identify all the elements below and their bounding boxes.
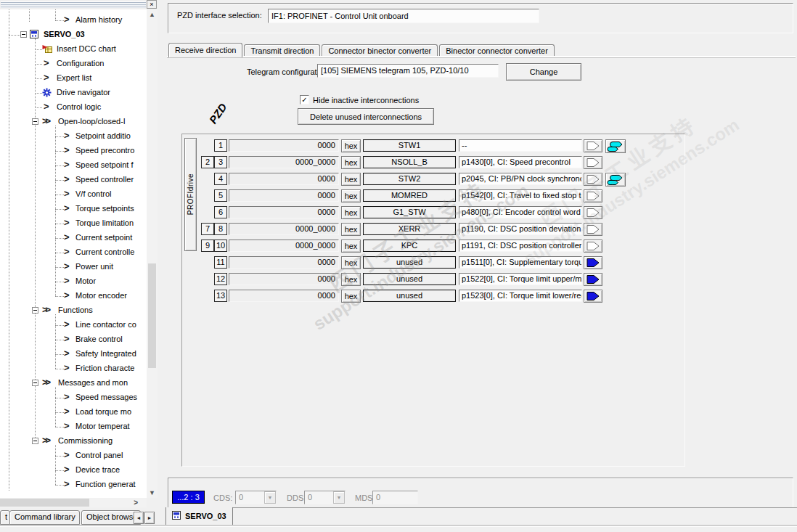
interconnection-target-field[interactable]: p1542[0], CI: Travel to fixed stop to	[459, 189, 582, 202]
hex-button[interactable]: hex	[341, 139, 361, 152]
tree-item-line-contactor-co[interactable]: >Line contactor co	[0, 319, 147, 331]
tab-transmit-direction[interactable]: Transmit direction	[244, 44, 320, 57]
interconnection-target-field[interactable]: p1190, CI: DSC position deviation	[459, 223, 582, 235]
tree-item-expert-list[interactable]: >Expert list	[0, 73, 147, 84]
connector-arrow-button[interactable]	[584, 290, 602, 303]
tree-item-load-torque-mo[interactable]: >Load torque mo	[0, 406, 147, 418]
signal-name-box[interactable]: G1_STW	[363, 206, 456, 218]
signal-name-box[interactable]: unused	[363, 256, 456, 269]
tree-expand-minus-icon[interactable]	[32, 118, 38, 125]
tree-item-v-f-control[interactable]: >V/f control	[0, 189, 147, 200]
connector-arrow-button[interactable]	[584, 206, 602, 219]
delete-unused-button[interactable]: Delete unused interconnections	[298, 108, 434, 125]
tree-item-insert-dcc-chart[interactable]: Insert DCC chart	[0, 44, 147, 55]
scroll-down-icon[interactable]: ▼	[147, 488, 158, 498]
hex-button[interactable]: hex	[341, 206, 361, 219]
scroll-right-icon[interactable]: >	[134, 498, 138, 507]
signal-name-box[interactable]: KPC	[363, 240, 456, 252]
tab-receive-direction[interactable]: Receive direction	[168, 43, 242, 57]
connector-arrow-button[interactable]	[584, 240, 602, 253]
telegram-configuration-field[interactable]: [105] SIEMENS telegram 105, PZD-10/10	[317, 64, 499, 78]
panel-gripper[interactable]	[1, 1, 146, 8]
change-button[interactable]: Change	[506, 63, 581, 81]
hide-inactive-checkbox[interactable]: ✓	[300, 95, 309, 105]
close-icon[interactable]: ×	[147, 0, 157, 9]
tab-binector-connector-converter[interactable]: Binector connector converter	[439, 44, 555, 57]
pzd-value-field[interactable]: 0000	[229, 256, 339, 269]
left-tab-object-browser[interactable]: Object browser	[81, 510, 141, 525]
connector-arrow-button[interactable]	[584, 139, 602, 152]
tree-expand-minus-icon[interactable]	[32, 380, 38, 386]
tree-item-speed-precontro[interactable]: >Speed precontro	[0, 145, 147, 157]
tree-item-messages-and-mon[interactable]: >>Messages and mon	[0, 377, 147, 389]
tab-prev-icon[interactable]: ◄	[134, 512, 144, 524]
tree-vertical-scrollbar[interactable]: ▲ ▼	[147, 9, 158, 498]
interconnection-target-field[interactable]: p1523[0], CI: Torque limit lower/reg	[459, 290, 582, 302]
left-tab-t[interactable]: t	[0, 510, 10, 525]
tree-item-functions[interactable]: >>Functions	[0, 305, 147, 316]
document-tab-servo-03[interactable]: SERVO_03	[165, 507, 233, 525]
tree-item-commissioning[interactable]: >>Commissioning	[0, 435, 147, 447]
tree-expand-minus-icon[interactable]	[32, 307, 38, 314]
pzd-value-field[interactable]: 0000	[229, 139, 339, 152]
tree-item-torque-setpoints[interactable]: >Torque setpoints	[0, 203, 147, 215]
pzd-value-field[interactable]: 0000_0000	[229, 156, 339, 168]
tree-horizontal-scrollbar[interactable]: >	[0, 498, 147, 507]
tree-item-drive-navigator[interactable]: Drive navigator	[0, 87, 147, 99]
tree-item-speed-controller[interactable]: >Speed controller	[0, 174, 147, 186]
tree-item-motor[interactable]: >Motor	[0, 276, 147, 287]
tree-item-torque-limitation[interactable]: >Torque limitation	[0, 218, 147, 229]
signal-name-box[interactable]: unused	[363, 273, 456, 285]
tree-item-device-trace[interactable]: >Device trace	[0, 465, 147, 476]
hex-button[interactable]: hex	[341, 156, 361, 169]
scroll-up-icon[interactable]: ▲	[147, 9, 158, 20]
interconnection-target-field[interactable]: p2045, CI: PB/PN clock synchrono	[459, 173, 582, 185]
pzd-value-field[interactable]: 0000	[229, 206, 339, 218]
interconnection-target-field[interactable]: --	[459, 139, 582, 152]
connector-arrow-button[interactable]	[584, 156, 602, 169]
connector-arrow-button[interactable]	[584, 223, 602, 236]
tree-item-safety-integrated[interactable]: >Safety Integrated	[0, 348, 147, 360]
tab-connector-binector-converter[interactable]: Connector binector converter	[322, 44, 438, 57]
connector-arrow-button[interactable]	[584, 256, 602, 269]
signal-name-box[interactable]: STW2	[363, 173, 456, 185]
signal-name-box[interactable]: XERR	[363, 223, 456, 235]
tree-item-open-loop-closed-l[interactable]: >>Open-loop/closed-l	[0, 116, 147, 128]
interconnection-target-field[interactable]: p1191, CI: DSC position controller	[459, 240, 582, 252]
connector-arrow-button[interactable]	[584, 189, 602, 202]
scrollbar-thumb[interactable]	[148, 263, 156, 368]
interconnection-target-field[interactable]: p1430[0], CI: Speed precontrol	[459, 156, 582, 168]
cds-select[interactable]: 0▼	[235, 491, 277, 504]
tree-item-speed-messages[interactable]: >Speed messages	[0, 392, 147, 404]
chevron-down-icon[interactable]: ▼	[264, 491, 276, 504]
pzd-value-field[interactable]: 0000	[229, 290, 339, 302]
hex-button[interactable]: hex	[341, 273, 361, 286]
signal-name-box[interactable]: unused	[363, 290, 456, 302]
chevron-down-icon[interactable]: ▼	[333, 491, 345, 504]
tree-item-control-panel[interactable]: >Control panel	[0, 450, 147, 462]
hex-button[interactable]: hex	[341, 173, 361, 186]
signal-name-box[interactable]: NSOLL_B	[363, 156, 456, 168]
tree-item-motor-encoder[interactable]: >Motor encoder	[0, 290, 147, 302]
tree-expand-minus-icon[interactable]	[20, 31, 27, 38]
interconnection-target-field[interactable]: p1522[0], CI: Torque limit upper/mo	[459, 273, 582, 285]
hex-button[interactable]: hex	[341, 240, 361, 253]
tree-item-alarm-history[interactable]: >Alarm history	[0, 15, 147, 26]
tree-item-function-generat[interactable]: >Function generat	[0, 479, 147, 491]
hex-button[interactable]: hex	[341, 223, 361, 236]
left-tab-command-library[interactable]: Command library	[9, 510, 80, 525]
tree-item-configuration[interactable]: >Configuration	[0, 58, 147, 70]
tree-item-current-controlle[interactable]: >Current controlle	[0, 247, 147, 258]
tree-item-brake-control[interactable]: >Brake control	[0, 334, 147, 345]
hex-button[interactable]: hex	[341, 256, 361, 269]
tree-item-motor-temperat[interactable]: >Motor temperat	[0, 421, 147, 433]
pzd-value-field[interactable]: 0000_0000	[229, 240, 339, 252]
pzd-value-field[interactable]: 0000	[229, 273, 339, 285]
signal-name-box[interactable]: MOMRED	[363, 189, 456, 202]
interconnection-target-field[interactable]: p1511[0], CI: Supplementary torque	[459, 256, 582, 269]
mds-field[interactable]: 0	[372, 491, 418, 504]
signal-name-box[interactable]: STW1	[363, 139, 456, 152]
connector-arrow-button[interactable]	[584, 173, 602, 186]
hex-button[interactable]: hex	[341, 189, 361, 202]
interface-selection-field[interactable]: IF1: PROFINET - Control Unit onboard	[268, 9, 539, 23]
